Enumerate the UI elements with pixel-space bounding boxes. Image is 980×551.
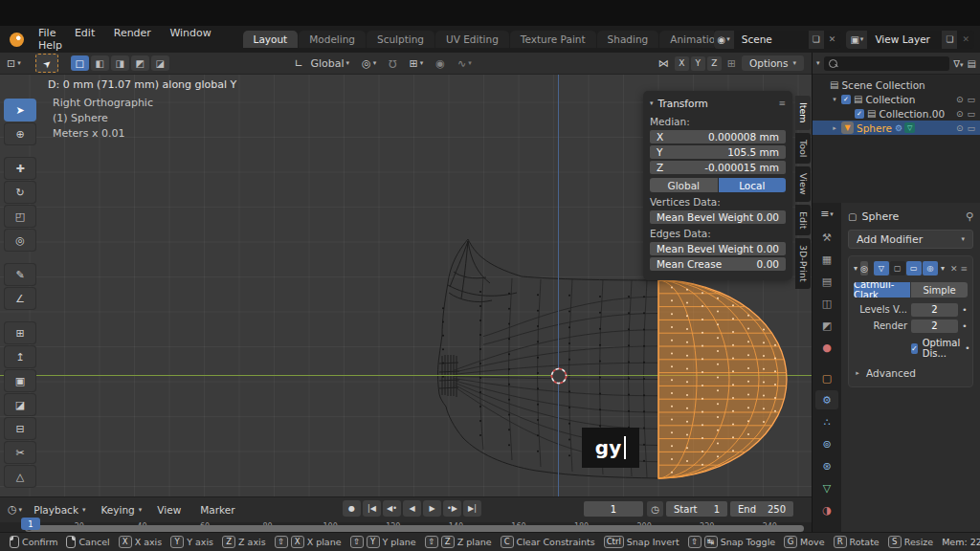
add-modifier-dropdown[interactable]: Add Modifier ▾ <box>848 230 973 249</box>
timeline-menu[interactable]: Playback▾ <box>27 502 92 518</box>
median-axis-field[interactable]: X 0.000008 mm <box>650 130 786 143</box>
panel-grip-icon[interactable]: ≡ <box>778 99 786 108</box>
median-axis-field[interactable]: Y 105.5 mm <box>650 145 786 159</box>
tool-measure[interactable]: ∠ <box>4 287 36 310</box>
selected-hemisphere[interactable] <box>658 280 787 478</box>
delete-scene-button[interactable]: ✕ <box>824 34 841 44</box>
current-frame-field[interactable]: 1 <box>584 501 643 517</box>
tab-particles[interactable]: ∴ <box>815 412 838 431</box>
tool-cursor[interactable]: ⊕ <box>4 122 36 145</box>
display-realtime[interactable]: ▭ <box>906 261 922 276</box>
mirror-axis-button[interactable]: Z <box>707 56 722 71</box>
display-on-cage[interactable]: ▢ <box>890 261 905 276</box>
vertex-data-field[interactable]: Mean Bevel Weight 0.00 <box>650 210 786 224</box>
hide-eye-toggle[interactable]: ⊙ <box>956 123 964 133</box>
tool-annotate[interactable]: ✎ <box>4 263 36 286</box>
tool-select-box[interactable]: ➤ <box>4 99 36 121</box>
jump-to-end-button[interactable]: ▶| <box>463 500 481 517</box>
tab-output[interactable]: ▤ <box>815 272 838 291</box>
disable-viewport-toggle[interactable]: ▭ <box>967 109 975 119</box>
drag-handle-icon[interactable]: ≡ <box>960 264 968 274</box>
collection-checkbox[interactable]: ✓ <box>855 109 864 119</box>
topbar-menu[interactable]: Window <box>162 25 218 41</box>
subdivision-type-button[interactable]: Simple <box>911 282 968 298</box>
optimal-display-checkbox[interactable]: ✓ <box>911 343 918 354</box>
frame-end-field[interactable]: End 250 <box>730 501 793 517</box>
select-invert[interactable]: ◩ <box>131 55 149 71</box>
tab-render[interactable]: ▦ <box>815 250 838 269</box>
modifier-collapse-icon[interactable]: ▾ <box>854 264 858 273</box>
pivot-point-dropdown[interactable]: ◎▾ <box>359 57 379 70</box>
tab-modifiers[interactable]: ⚙ <box>815 390 838 409</box>
tool-transform[interactable]: ◎ <box>4 229 36 252</box>
workspace-tab[interactable]: Modeling <box>299 31 366 48</box>
animate-property-dot[interactable]: • <box>965 343 969 353</box>
sidebar-tab[interactable]: Item <box>795 96 811 130</box>
play-button[interactable]: ▶ <box>423 500 441 517</box>
current-frame-marker[interactable]: 1 <box>21 518 40 530</box>
outliner-row[interactable]: ✓ Scene Collection ⚙ ▽ ⊙ ▭ <box>813 77 980 92</box>
view-layer-name[interactable]: View Layer <box>867 33 942 45</box>
disable-viewport-toggle[interactable]: ▭ <box>967 95 975 104</box>
sidebar-tab[interactable]: 3D-Print <box>795 238 811 289</box>
item-name[interactable]: Collection.00 <box>879 108 945 120</box>
outliner-row[interactable]: ▾ ✓ Collection ⚙ ▽ ⊙ ▭ <box>813 92 980 106</box>
collection-checkbox[interactable]: ✓ <box>841 95 851 104</box>
select-intersect[interactable]: ◪ <box>151 55 169 71</box>
jump-to-start-button[interactable]: |◀ <box>363 500 381 517</box>
new-collection-button[interactable]: ▤ <box>968 58 976 69</box>
scene-name[interactable]: Scene <box>734 33 809 45</box>
disable-viewport-toggle[interactable]: ▭ <box>967 123 975 133</box>
hide-eye-toggle[interactable]: ⊙ <box>956 109 964 119</box>
play-reverse-button[interactable]: ◀ <box>403 500 421 517</box>
item-name[interactable]: Scene Collection <box>841 79 924 91</box>
orientation-dropdown[interactable]: ∟ Global▾ <box>292 57 352 70</box>
tab-constraints[interactable]: ⊛ <box>815 456 838 475</box>
number-field[interactable]: 2 <box>911 320 958 333</box>
snap-toggle-button[interactable]: Ω <box>386 57 399 70</box>
timeline-menu[interactable]: View <box>150 502 191 518</box>
tool-extrude[interactable]: ↥ <box>4 345 36 368</box>
sidebar-tab[interactable]: Edit <box>795 205 811 235</box>
edge-data-field[interactable]: Mean Bevel Weight 0.00 <box>650 242 786 255</box>
workspace-tab[interactable]: Texture Paint <box>510 31 596 48</box>
tab-object[interactable]: ▢ <box>815 368 838 387</box>
topbar-menu[interactable]: Render <box>106 25 159 41</box>
modifier-extras-dropdown[interactable]: ▾ <box>941 264 945 273</box>
item-name[interactable]: Sphere <box>857 122 892 134</box>
active-tool-button[interactable]: ➤ <box>35 54 58 73</box>
panel-collapse-icon[interactable]: ▾ <box>650 99 654 107</box>
timeline-menu[interactable]: Marker <box>193 502 245 518</box>
editor-type-button[interactable]: ⊡▾ <box>4 57 24 70</box>
mirror-axis-button[interactable]: X <box>675 56 689 71</box>
timeline-editor-type-button[interactable]: ◷▾ <box>5 503 25 516</box>
topbar-menu[interactable]: Help <box>31 37 70 54</box>
mirror-axis-button[interactable]: Y <box>691 56 705 71</box>
pin-icon[interactable]: ⚲ <box>966 210 973 223</box>
remove-view-layer-button[interactable]: ✕ <box>957 34 974 44</box>
outliner-search-input[interactable] <box>824 56 950 71</box>
space-toggle-button[interactable]: Global <box>650 178 718 192</box>
tool-add-cube[interactable]: ⊞ <box>4 321 36 344</box>
outliner-display-mode-button[interactable]: ▾ <box>816 59 820 67</box>
tab-world[interactable]: ● <box>815 338 838 357</box>
tab-physics[interactable]: ⊚ <box>815 434 838 453</box>
view-layer-browse-button[interactable]: ▣▾ <box>846 31 867 49</box>
tool-loop-cut[interactable]: ⊟ <box>4 417 36 440</box>
tab-object-data[interactable]: ▽ <box>815 478 838 497</box>
scene-browse-button[interactable]: ◉▾ <box>714 31 734 49</box>
viewport-3d[interactable]: D: 0 mm (71.07 mm) along global Y Right … <box>0 75 812 496</box>
median-axis-field[interactable]: Z -0.000015 mm <box>650 161 786 174</box>
cursor-3d[interactable] <box>550 367 568 385</box>
number-field[interactable]: 2 <box>911 303 958 317</box>
next-keyframe-button[interactable]: •▶ <box>443 500 461 517</box>
tool-inset-faces[interactable]: ▣ <box>4 369 36 392</box>
blender-logo-icon[interactable] <box>10 33 24 47</box>
sidebar-tab[interactable]: Tool <box>795 133 811 164</box>
animate-property-dot[interactable]: • <box>962 321 968 331</box>
snap-target-dropdown[interactable]: ⊞▾ <box>407 57 427 70</box>
display-edit-mode[interactable]: ▽ <box>874 261 889 276</box>
workspace-tab[interactable]: Animation <box>659 31 713 48</box>
new-scene-button[interactable]: ❏ <box>809 31 824 49</box>
expand-caret-icon[interactable]: ▸ <box>831 124 838 132</box>
